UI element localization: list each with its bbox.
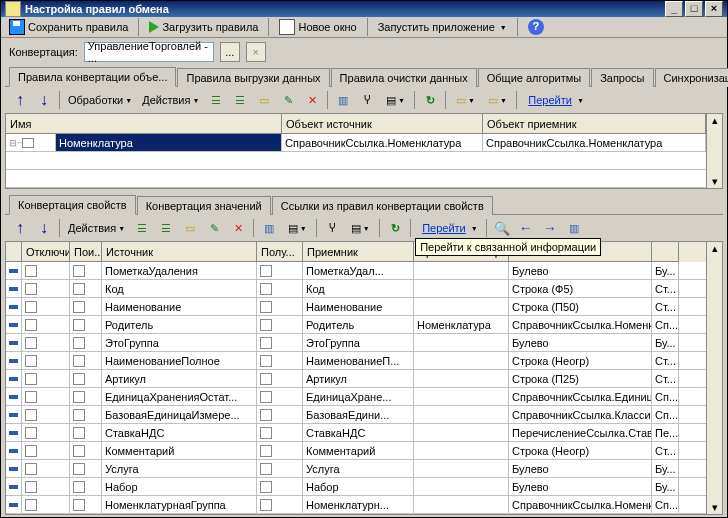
- table-row[interactable]: КодКодСтрока (Ф5)Ст...: [6, 280, 706, 298]
- tb2-refresh[interactable]: ↻: [384, 217, 406, 239]
- checkbox[interactable]: [25, 373, 37, 385]
- maximize-button[interactable]: □: [685, 1, 703, 17]
- checkbox[interactable]: [25, 355, 37, 367]
- launch-app-button[interactable]: Запустить приложение ▼: [374, 19, 511, 35]
- properties-grid[interactable]: Отключи... Пои... Источник Полу... Прием…: [5, 241, 723, 515]
- table-row[interactable]: НаименованиеНаименованиеСтрока (П50)Ст..…: [6, 298, 706, 316]
- checkbox[interactable]: [260, 427, 272, 439]
- checkbox[interactable]: [73, 319, 85, 331]
- tb2-edit[interactable]: ✎: [203, 217, 225, 239]
- checkbox[interactable]: [73, 391, 85, 403]
- checkbox[interactable]: [260, 481, 272, 493]
- checkbox[interactable]: [260, 283, 272, 295]
- actions-menu-1[interactable]: Действия▼: [138, 92, 203, 108]
- actions-menu-2[interactable]: Действия▼: [64, 220, 129, 236]
- tb-delete[interactable]: ✕: [301, 89, 323, 111]
- table-row[interactable]: ЭтоГруппаЭтоГруппаБулевоБу...: [6, 334, 706, 352]
- checkbox[interactable]: [73, 499, 85, 511]
- checkbox[interactable]: [25, 265, 37, 277]
- col-source[interactable]: Источник: [102, 242, 257, 262]
- table-row[interactable]: НаименованиеПолноеНаименованиеП...Строка…: [6, 352, 706, 370]
- col-get[interactable]: Полу...: [257, 242, 303, 262]
- checkbox[interactable]: [73, 463, 85, 475]
- table-row[interactable]: ЕдиницаХраненияОстат...ЕдиницаХране...Сп…: [6, 388, 706, 406]
- scrollbar[interactable]: ▴▾: [706, 114, 722, 188]
- checkbox[interactable]: [25, 427, 37, 439]
- table-row[interactable]: СтавкаНДССтавкаНДСПеречислениеСсылка.Ста…: [6, 424, 706, 442]
- tab-conversion-rules[interactable]: Правила конвертации объе...: [9, 67, 176, 87]
- col-dest-obj[interactable]: Объект приемник: [483, 114, 706, 134]
- move-up-button[interactable]: ↑: [9, 89, 31, 111]
- tb2-add2[interactable]: ☰: [155, 217, 177, 239]
- table-row[interactable]: НоменклатурнаяГруппаНоменклатурн...Справ…: [6, 496, 706, 514]
- checkbox[interactable]: [260, 463, 272, 475]
- tb2-sort2[interactable]: ▤▼: [282, 217, 312, 239]
- checkbox[interactable]: [25, 301, 37, 313]
- clear-button[interactable]: ×: [246, 42, 266, 62]
- checkbox[interactable]: [260, 445, 272, 457]
- tb2-sort[interactable]: ▤▼: [345, 217, 375, 239]
- tab-cleanup-rules[interactable]: Правила очистки данных: [331, 68, 477, 87]
- arrow-left-button[interactable]: ←: [515, 217, 537, 239]
- minimize-button[interactable]: _: [665, 1, 683, 17]
- scrollbar-2[interactable]: ▴▾: [706, 242, 722, 514]
- table-row[interactable]: НаборНаборБулевоБу...: [6, 478, 706, 496]
- tb2-filter[interactable]: ▥: [258, 217, 280, 239]
- col-dest[interactable]: Приемник: [303, 242, 414, 262]
- checkbox[interactable]: [25, 283, 37, 295]
- processing-menu[interactable]: Обработки▼: [64, 92, 136, 108]
- tab-queries[interactable]: Запросы: [591, 68, 653, 87]
- col-disabled[interactable]: Отключи...: [22, 242, 70, 262]
- tb-yellow1[interactable]: ▭▼: [450, 89, 480, 111]
- checkbox[interactable]: [73, 481, 85, 493]
- tb2-funnel[interactable]: Ⴤ: [321, 217, 343, 239]
- tb-funnel[interactable]: Ⴤ: [356, 89, 378, 111]
- tb-add2[interactable]: ☰: [229, 89, 251, 111]
- checkbox[interactable]: [73, 283, 85, 295]
- checkbox[interactable]: [260, 373, 272, 385]
- tab-refs[interactable]: Ссылки из правил конвертации свойств: [272, 196, 493, 215]
- checkbox[interactable]: [25, 319, 37, 331]
- load-rules-button[interactable]: Загрузить правила: [145, 19, 262, 35]
- checkbox[interactable]: [260, 355, 272, 367]
- col-marker[interactable]: [6, 242, 22, 262]
- checkbox[interactable]: [260, 409, 272, 421]
- tb-sort[interactable]: ▤▼: [380, 89, 410, 111]
- tb-add[interactable]: ☰: [205, 89, 227, 111]
- tb2-delete[interactable]: ✕: [227, 217, 249, 239]
- tab-value-conversion[interactable]: Конвертация значений: [137, 196, 271, 215]
- checkbox[interactable]: [73, 373, 85, 385]
- checkbox[interactable]: [25, 337, 37, 349]
- table-row[interactable]: БазоваяЕдиницаИзмере...БазоваяЕдини...Сп…: [6, 406, 706, 424]
- checkbox[interactable]: [73, 445, 85, 457]
- checkbox[interactable]: [260, 499, 272, 511]
- checkbox[interactable]: [260, 391, 272, 403]
- table-row[interactable]: УслугаУслугаБулевоБу...: [6, 460, 706, 478]
- conversion-input[interactable]: УправлениеТорговлей - ...: [84, 42, 214, 62]
- table-row[interactable]: КомментарийКомментарийСтрока (Неогр)Ст..…: [6, 442, 706, 460]
- table-row[interactable]: РодительРодительНоменклатураСправочникСс…: [6, 316, 706, 334]
- checkbox[interactable]: [73, 409, 85, 421]
- checkbox[interactable]: [260, 319, 272, 331]
- table-row[interactable]: ⊟┈ Номенклатура СправочникСсылка.Номенкл…: [6, 134, 706, 152]
- checkbox[interactable]: [25, 445, 37, 457]
- goto-menu-1[interactable]: Перейти▼: [521, 92, 588, 108]
- tb-refresh[interactable]: ↻: [419, 89, 441, 111]
- checkbox[interactable]: [73, 265, 85, 277]
- objects-grid[interactable]: Имя Объект источник Объект приемник ⊟┈ Н…: [5, 113, 723, 189]
- checkbox[interactable]: [73, 427, 85, 439]
- tab-export-rules[interactable]: Правила выгрузки данных: [177, 68, 329, 87]
- table-row[interactable]: АртикулАртикулСтрока (П25)Ст...: [6, 370, 706, 388]
- tb2-folder[interactable]: ▭: [179, 217, 201, 239]
- checkbox[interactable]: [260, 301, 272, 313]
- move-down-button-2[interactable]: ↓: [33, 217, 55, 239]
- checkbox[interactable]: [25, 463, 37, 475]
- col-type[interactable]: [509, 242, 652, 262]
- move-up-button-2[interactable]: ↑: [9, 217, 31, 239]
- checkbox[interactable]: [260, 265, 272, 277]
- checkbox[interactable]: [260, 337, 272, 349]
- tab-algorithms[interactable]: Общие алгоритмы: [478, 68, 590, 87]
- checkbox[interactable]: [73, 355, 85, 367]
- tab-sync[interactable]: Синхронизация: [655, 68, 728, 87]
- tb-filter[interactable]: ▥: [332, 89, 354, 111]
